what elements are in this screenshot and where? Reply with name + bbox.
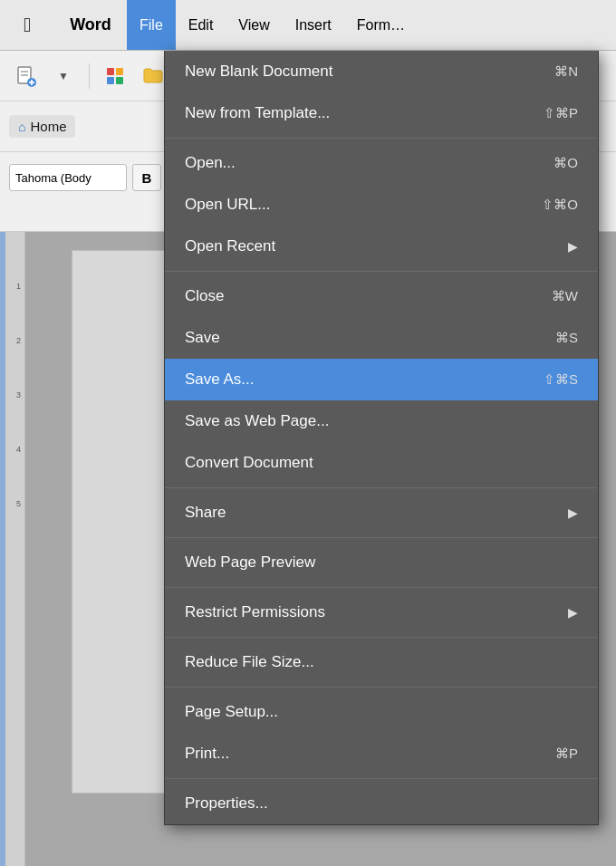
menu-save-web-label: Save as Web Page... xyxy=(185,412,329,430)
menu-new-template[interactable]: New from Template... ⇧⌘P xyxy=(165,92,598,134)
menu-new-template-shortcut: ⇧⌘P xyxy=(544,105,578,121)
menu-new-blank-label: New Blank Document xyxy=(185,63,332,81)
menu-open-url-label: Open URL... xyxy=(185,196,271,214)
ruler-mark-2: 2 xyxy=(16,336,21,345)
svg-rect-9 xyxy=(116,77,123,84)
menu-convert[interactable]: Convert Document xyxy=(165,442,598,484)
separator-7 xyxy=(165,687,598,688)
new-doc-icon[interactable] xyxy=(9,60,42,92)
menu-page-setup[interactable]: Page Setup... xyxy=(165,691,598,733)
apple-menu-icon[interactable]:  xyxy=(0,14,54,37)
menu-new-blank-shortcut: ⌘N xyxy=(554,63,578,80)
ruler-mark-1: 1 xyxy=(16,282,21,291)
separator-3 xyxy=(165,487,598,488)
file-dropdown: New Blank Document ⌘N New from Template.… xyxy=(164,51,599,825)
separator-2 xyxy=(165,271,598,272)
ruler-mark-5: 5 xyxy=(16,499,21,508)
font-name: Tahoma (Body xyxy=(15,171,91,185)
menu-reduce[interactable]: Reduce File Size... xyxy=(165,641,598,683)
menu-web-preview-label: Web Page Preview xyxy=(185,553,315,572)
vertical-ruler: 1 2 3 4 5 xyxy=(0,232,25,866)
menu-close-shortcut: ⌘W xyxy=(552,288,578,304)
home-icon: ⌂ xyxy=(18,120,25,134)
menu-open-label: Open... xyxy=(185,154,236,172)
separator-4 xyxy=(165,537,598,538)
separator-8 xyxy=(165,778,598,779)
menu-share-label: Share xyxy=(185,504,226,522)
menu-web-preview[interactable]: Web Page Preview xyxy=(165,542,598,583)
home-tab-label: Home xyxy=(30,119,66,134)
menu-insert[interactable]: Insert xyxy=(283,0,344,50)
menu-new-template-label: New from Template... xyxy=(185,104,330,122)
menu-file[interactable]: File xyxy=(127,0,176,50)
menu-page-setup-label: Page Setup... xyxy=(185,703,278,721)
menu-restrict[interactable]: Restrict Permissions ▶ xyxy=(165,592,598,633)
svg-rect-6 xyxy=(107,68,114,75)
svg-rect-7 xyxy=(116,68,123,75)
menu-new-blank[interactable]: New Blank Document ⌘N xyxy=(165,51,598,92)
menu-properties-label: Properties... xyxy=(185,794,268,813)
menu-print-label: Print... xyxy=(185,745,229,763)
menu-restrict-label: Restrict Permissions xyxy=(185,603,325,621)
menu-print-shortcut: ⌘P xyxy=(555,746,578,762)
menu-save[interactable]: Save ⌘S xyxy=(165,317,598,359)
menu-save-as-label: Save As... xyxy=(185,370,255,389)
share-arrow-icon: ▶ xyxy=(568,505,578,520)
separator-5 xyxy=(165,587,598,588)
ruler-mark-3: 3 xyxy=(16,390,21,399)
menu-share[interactable]: Share ▶ xyxy=(165,492,598,534)
menu-open-shortcut: ⌘O xyxy=(553,155,578,171)
menubar:  Word File Edit View Insert Form… xyxy=(0,0,616,51)
open-recent-arrow-icon: ▶ xyxy=(568,239,578,254)
separator-6 xyxy=(165,637,598,638)
menu-edit[interactable]: Edit xyxy=(176,0,226,50)
arrow-down-icon[interactable]: ▼ xyxy=(47,60,80,92)
restrict-arrow-icon: ▶ xyxy=(568,605,578,620)
menu-properties[interactable]: Properties... xyxy=(165,783,598,824)
font-selector[interactable]: Tahoma (Body xyxy=(9,164,127,191)
menu-format[interactable]: Form… xyxy=(344,0,418,50)
toolbar-divider-1 xyxy=(89,63,90,89)
ruler-mark-4: 4 xyxy=(16,445,21,454)
menu-open-recent[interactable]: Open Recent ▶ xyxy=(165,226,598,267)
menu-open-recent-label: Open Recent xyxy=(185,237,275,255)
separator-1 xyxy=(165,138,598,139)
menu-save-as-shortcut: ⇧⌘S xyxy=(544,371,578,388)
menu-open[interactable]: Open... ⌘O xyxy=(165,142,598,184)
menu-view[interactable]: View xyxy=(226,0,282,50)
menu-open-url-shortcut: ⇧⌘O xyxy=(542,197,578,213)
menu-save-as[interactable]: Save As... ⇧⌘S xyxy=(165,359,598,400)
menu-close[interactable]: Close ⌘W xyxy=(165,275,598,317)
bold-button[interactable]: B xyxy=(132,164,161,191)
menu-open-url[interactable]: Open URL... ⇧⌘O xyxy=(165,184,598,226)
app-name: Word xyxy=(54,15,127,34)
svg-rect-8 xyxy=(107,77,114,84)
menu-save-web[interactable]: Save as Web Page... xyxy=(165,400,598,442)
menu-save-shortcut: ⌘S xyxy=(555,330,578,346)
menu-reduce-label: Reduce File Size... xyxy=(185,653,314,671)
menu-print[interactable]: Print... ⌘P xyxy=(165,733,598,775)
home-tab[interactable]: ⌂ Home xyxy=(9,115,75,138)
menu-convert-label: Convert Document xyxy=(185,454,313,472)
menu-save-label: Save xyxy=(185,329,220,347)
menu-close-label: Close xyxy=(185,287,224,305)
grid-icon[interactable] xyxy=(99,60,131,92)
